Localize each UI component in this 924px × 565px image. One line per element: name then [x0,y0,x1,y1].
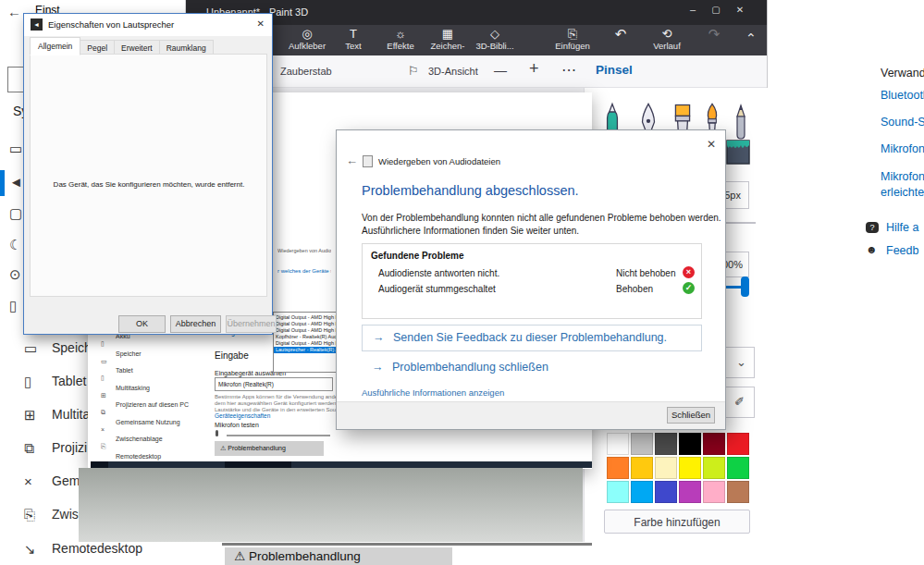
schliessen-button[interactable]: Schließen [667,407,715,424]
mini-nav-tablet[interactable]: ▯ Tablet [101,367,105,384]
toolbar-3d-bibliothek[interactable]: ◇ 3D-Bibli... [471,27,519,51]
color-swatch[interactable] [727,433,749,455]
dialog-titlebar: ◄ Eigenschaften von Lautsprecher ✕ [24,14,272,36]
panel-title-pinsel[interactable]: Pinsel [596,63,633,77]
dropdown-item[interactable]: Digital Output - AMD High Defin [274,314,336,321]
power-icon[interactable]: ⊙ [9,266,21,283]
arrow-right-icon: → [372,361,384,374]
color-swatch[interactable] [679,433,701,455]
mini-nav-gemeinsame[interactable]: × Gemeinsame Nutzung [101,419,105,436]
sound-icon[interactable]: ◄ [9,174,23,190]
opacity-slider-handle[interactable] [741,276,749,297]
toolbar-collapse-button[interactable]: ⌃ [745,31,757,45]
maximize-button[interactable]: ▢ [708,5,723,15]
display-icon[interactable]: ▭ [9,141,22,157]
color-swatch[interactable] [631,481,653,503]
troubleshoot-button[interactable]: ⚠ Problembehandlung [225,547,452,565]
mini-nav-zwischenablage[interactable]: ⎘ Zwischenablage [101,436,106,452]
dropdown-item[interactable]: Kopfhörer - Realtek(R) AudioGer [274,334,336,340]
color-swatch[interactable] [655,457,677,479]
dropdown-item-selected[interactable]: Lautsprecher - Realtek(R) Audio [274,347,336,353]
speaker-dialog-icon: ◄ [31,18,43,31]
color-swatch[interactable] [727,457,749,479]
sidebar-item-speicher[interactable]: ▭ Speich [24,340,37,357]
color-swatch[interactable] [655,433,677,455]
found-problems-heading: Gefundene Probleme [371,251,464,261]
help-link[interactable]: Hilfe a [886,221,918,234]
detailed-info-link[interactable]: Ausführliche Informationen anzeigen [362,387,504,398]
feedback-link[interactable]: Feedb [886,244,918,257]
sidebar-item-gemeinsame-nutzung[interactable]: × Gemei [24,473,32,490]
window-shadow [79,468,583,542]
color-swatch[interactable] [679,481,701,503]
focus-assist-icon[interactable]: ☾ [9,237,21,253]
mini-troubleshoot-button[interactable]: ⚠ Problembehandlung [215,441,324,456]
zoom-in-button[interactable]: + [529,59,539,79]
color-swatch[interactable] [607,433,629,455]
zoom-out-button[interactable]: — [494,63,507,78]
toolbar-zeichenbereich[interactable]: ▦ Zeichen- [424,27,472,51]
battery-icon: ▯ [101,340,105,347]
dropdown-item[interactable]: Digital Output - AMD High Defin [274,340,336,347]
dropdown-item[interactable]: Digital Output - AMD High Defin [274,327,336,334]
send-feedback-link[interactable]: Senden Sie Feedback zu dieser Problembeh… [393,331,667,344]
sidebar-item-multitasking[interactable]: ⊞ Multita [24,407,36,424]
toolbar-undo[interactable]: ↶ [597,27,645,41]
tool-label-zauberstab[interactable]: Zauberstab [280,66,332,77]
back-icon[interactable]: ← [346,154,358,167]
color-swatch[interactable] [703,433,725,455]
close-troubleshooter-link[interactable]: Problembehandlung schließen [392,361,548,374]
battery-icon[interactable]: ▯ [9,298,17,314]
mini-nav-akku[interactable]: ▯ Akku [101,333,105,350]
close-icon[interactable]: ✕ [257,18,265,29]
toolbar-einfuegen[interactable]: ⎘ Einfügen [548,27,597,51]
input-device-combobox[interactable]: Mikrofon (Realtek(R) [215,377,333,391]
color-swatch[interactable] [679,457,701,479]
close-button[interactable]: ✕ [733,5,747,15]
related-link-bluetooth[interactable]: Bluetooth- [881,89,924,102]
toolbar-verlauf[interactable]: ⟲ Verlauf [643,27,691,51]
mini-nav-projizieren[interactable]: ⧉ Projizieren auf diesen PC [101,401,105,418]
help-icon: ? [866,222,879,233]
color-swatch[interactable] [607,481,629,503]
minimize-button[interactable]: – [685,4,700,15]
color-swatch[interactable] [631,457,653,479]
ok-button[interactable]: OK [118,315,166,333]
related-link-mikrofon[interactable]: Mikrofon – [881,142,924,155]
sidebar-item-tablet[interactable]: ▯ Tablet [24,374,31,390]
mini-nav-multitasking[interactable]: ⊞ Multitasking [101,385,106,401]
sidebar-item-remotedesktop[interactable]: ↘ Remotedesktop [24,541,36,558]
color-swatch[interactable] [703,457,725,479]
color-swatch[interactable] [631,433,653,455]
close-icon[interactable]: ✕ [707,138,716,151]
sidebar-item-projizieren[interactable]: ⧉ Projizi [24,440,34,457]
toolbar-redo[interactable]: ↷ [690,27,738,41]
related-link-mikrofon-erleichterte[interactable]: Mikrofon – erleichterte [881,169,924,201]
tool-3d-ansicht[interactable]: 3D-Ansicht [428,66,478,77]
eingabe-heading: Eingabe [215,350,249,361]
toolbar-aufkleber[interactable]: ◎ Aufkleber [283,27,331,51]
color-swatch[interactable] [727,481,749,503]
notifications-icon[interactable]: ▢ [9,205,22,222]
cancel-button[interactable]: Abbrechen [170,315,221,333]
dropdown-item[interactable]: Digital Output - AMD High Defin [274,321,336,327]
sidebar-item-zwischenablage[interactable]: ⎘ Zwisch [24,507,35,523]
related-heading: Verwandte [881,67,924,80]
settings-back-icon[interactable]: ← [7,4,21,19]
fill-bucket-tool[interactable] [724,137,752,170]
apply-button[interactable]: Übernehmen [226,315,277,333]
color-swatch[interactable] [703,481,725,503]
more-options-button[interactable]: ⋯ [561,61,576,79]
mini-overlay-question: r welches der Geräte sol [277,268,331,274]
toolbar-text[interactable]: T Text [329,27,377,51]
toolbar-effekte[interactable]: ☼ Effekte [376,27,425,51]
mini-nav-speicher[interactable]: ▭ Speicher [101,350,107,367]
color-swatch[interactable] [655,481,677,503]
paste-icon: ⎘ [548,27,597,41]
color-swatch[interactable] [607,457,629,479]
send-feedback-box[interactable]: → Senden Sie Feedback zu dieser Problemb… [362,325,702,351]
tab-allgemein[interactable]: Allgemein [30,37,80,55]
related-link-sound[interactable]: Sound-Syst [881,116,924,129]
add-color-button[interactable]: Farbe hinzufügen [604,510,750,534]
device-properties-link[interactable]: Geräteeigenschaften [215,412,270,419]
